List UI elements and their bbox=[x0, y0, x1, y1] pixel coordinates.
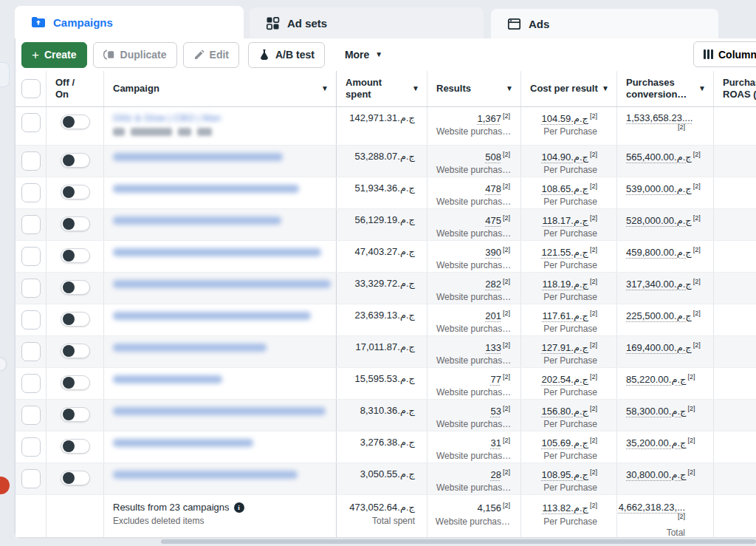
summary-title-cell: Results from 23 campaigns i Excludes del… bbox=[104, 495, 337, 537]
caret-down-icon[interactable]: ▼ bbox=[506, 85, 513, 92]
header-campaign[interactable]: Campaign ▼ bbox=[104, 71, 337, 106]
footnote-ref: [2] bbox=[693, 151, 701, 158]
campaign-name[interactable] bbox=[113, 185, 299, 193]
toggle-knob bbox=[63, 345, 75, 357]
campaign-name[interactable] bbox=[113, 248, 321, 256]
row-checkbox[interactable] bbox=[21, 437, 41, 457]
chart-icon[interactable] bbox=[113, 128, 125, 136]
campaign-toggle[interactable] bbox=[61, 344, 90, 358]
footnote-ref: [2] bbox=[503, 214, 510, 222]
cost-value: 202.54.م.ج bbox=[542, 374, 588, 385]
row-checkbox[interactable] bbox=[21, 183, 41, 202]
amount-spent-value: 3,050.55.م.ج bbox=[360, 468, 415, 480]
header-cost-per-result[interactable]: Cost per result ▼ bbox=[521, 71, 617, 106]
row-check-cell bbox=[16, 368, 47, 399]
horizontal-scrollbar[interactable] bbox=[161, 539, 756, 544]
caret-down-icon[interactable]: ▼ bbox=[321, 85, 329, 92]
footnote-ref: [2] bbox=[590, 502, 597, 509]
toggle-knob bbox=[63, 440, 75, 452]
duplicate-button[interactable]: Duplicate bbox=[93, 42, 177, 68]
campaign-toggle[interactable] bbox=[61, 115, 90, 129]
cost-per-result-cell: 118.17.م.ج[2] Per Purchase bbox=[521, 209, 617, 240]
caret-down-icon: ▼ bbox=[375, 51, 382, 58]
row-checkbox[interactable] bbox=[21, 310, 41, 330]
campaign-name[interactable] bbox=[113, 375, 222, 383]
caret-down-icon[interactable]: ▼ bbox=[412, 85, 419, 92]
cost-label: Per Purchase bbox=[530, 387, 597, 397]
campaign-name[interactable] bbox=[113, 407, 326, 415]
campaign-toggle[interactable] bbox=[61, 407, 90, 422]
row-toggle-cell bbox=[47, 146, 104, 177]
header-purchases-roas[interactable]: Purchases ROAS (r bbox=[714, 71, 756, 106]
cost-per-result-cell: 105.69.م.ج[2] Per Purchase bbox=[521, 431, 617, 463]
purchases-roas-cell bbox=[714, 368, 756, 399]
grid-icon bbox=[266, 16, 280, 30]
campaign-name[interactable] bbox=[113, 439, 253, 447]
amount-spent-value: 17,011.87.م.ج bbox=[355, 341, 415, 352]
amount-spent-value: 53,288.07.م.ج bbox=[355, 151, 416, 162]
row-checkbox[interactable] bbox=[21, 342, 41, 361]
campaign-toggle[interactable] bbox=[61, 153, 90, 168]
caret-down-icon[interactable]: ▼ bbox=[602, 85, 609, 92]
amount-spent-value: 56,129.19.م.ج bbox=[355, 214, 416, 225]
header-off-on-label: Off / On bbox=[55, 77, 84, 100]
campaign-toggle[interactable] bbox=[61, 185, 90, 199]
more-icon[interactable] bbox=[197, 128, 212, 136]
header-amount-spent[interactable]: Amount spent ▼ bbox=[337, 71, 427, 106]
ab-test-button[interactable]: A/B test bbox=[248, 42, 325, 68]
table-row: 47,403.27.م.ج 390[2] Website purchas… 12… bbox=[16, 241, 756, 273]
purchases-conversion-cell: 169,400.00.م.ج[2] bbox=[617, 336, 714, 367]
more-button[interactable]: More ▼ bbox=[335, 42, 392, 68]
row-checkbox[interactable] bbox=[21, 113, 41, 132]
hover-actions[interactable] bbox=[131, 128, 172, 136]
results-value: 133 bbox=[485, 342, 501, 353]
campaign-name[interactable] bbox=[113, 153, 283, 161]
campaign-toggle[interactable] bbox=[61, 439, 90, 454]
row-checkbox[interactable] bbox=[21, 374, 41, 393]
table-body: Glitz & Glow | CBO | Man 142,971.31.م.ج … bbox=[16, 107, 756, 495]
campaign-toggle[interactable] bbox=[61, 280, 90, 295]
campaign-toggle[interactable] bbox=[61, 248, 90, 263]
columns-button[interactable]: Columns bbox=[693, 41, 756, 67]
campaign-name[interactable]: Glitz & Glow | CBO | Man bbox=[113, 112, 329, 123]
table-row: 53,288.07.م.ج 508[2] Website purchas… 10… bbox=[16, 146, 756, 177]
footnote-ref: [2] bbox=[693, 278, 701, 285]
row-checkbox[interactable] bbox=[21, 406, 41, 425]
header-purchases-conversion[interactable]: Purchases conversion… ▼ bbox=[617, 71, 714, 106]
header-results-label: Results bbox=[436, 83, 471, 95]
header-results[interactable]: Results ▼ bbox=[427, 71, 521, 106]
row-checkbox[interactable] bbox=[21, 151, 41, 171]
campaign-name[interactable] bbox=[113, 344, 267, 352]
toggle-knob bbox=[63, 218, 75, 230]
footnote-ref: [2] bbox=[503, 373, 510, 381]
caret-down-icon[interactable]: ▼ bbox=[698, 85, 706, 92]
row-checkbox[interactable] bbox=[21, 215, 41, 234]
cost-per-result-cell: 108.95.م.ج[2] Per Purchase bbox=[521, 463, 617, 494]
campaign-toggle[interactable] bbox=[61, 216, 90, 231]
campaign-toggle[interactable] bbox=[61, 312, 90, 327]
campaign-name[interactable] bbox=[113, 471, 298, 479]
table-row: Glitz & Glow | CBO | Man 142,971.31.م.ج … bbox=[16, 107, 756, 146]
cost-value: 104.59.م.ج bbox=[542, 113, 588, 124]
row-checkbox[interactable] bbox=[21, 469, 41, 488]
cost-per-result-cell: 104.59.م.ج[2] Per Purchase bbox=[521, 107, 617, 145]
campaign-name[interactable] bbox=[113, 280, 331, 288]
edit-button[interactable]: Edit bbox=[183, 42, 239, 68]
campaign-name[interactable] bbox=[113, 216, 281, 225]
info-icon[interactable]: i bbox=[234, 502, 244, 513]
select-all-checkbox[interactable] bbox=[21, 79, 41, 98]
campaign-name[interactable] bbox=[113, 312, 311, 320]
amount-spent-cell: 53,288.07.م.ج bbox=[337, 146, 427, 177]
edit-icon[interactable] bbox=[178, 128, 191, 136]
tab-campaigns[interactable]: Campaigns bbox=[15, 6, 244, 38]
results-label: Website purchas… bbox=[436, 387, 510, 397]
row-checkbox[interactable] bbox=[21, 279, 41, 298]
ab-test-button-label: A/B test bbox=[275, 49, 315, 61]
tab-adsets[interactable]: Ad sets bbox=[250, 7, 484, 38]
summary-amount-value: 473,052.64.م.ج bbox=[349, 502, 415, 513]
campaign-toggle[interactable] bbox=[61, 471, 90, 485]
row-checkbox[interactable] bbox=[21, 247, 41, 266]
campaign-toggle[interactable] bbox=[61, 375, 90, 390]
create-button[interactable]: + Create bbox=[21, 42, 87, 68]
tab-ads[interactable]: Ads bbox=[491, 9, 718, 38]
